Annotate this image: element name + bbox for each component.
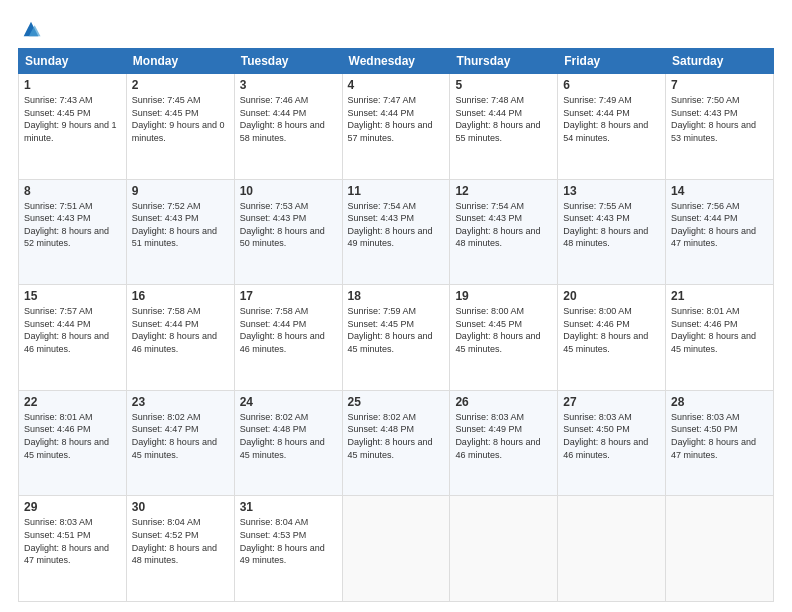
header xyxy=(18,18,774,40)
calendar-cell: 24 Sunrise: 8:02 AMSunset: 4:48 PMDaylig… xyxy=(234,390,342,496)
day-info: Sunrise: 7:54 AMSunset: 4:43 PMDaylight:… xyxy=(455,201,540,249)
day-info: Sunrise: 7:51 AMSunset: 4:43 PMDaylight:… xyxy=(24,201,109,249)
calendar-cell: 17 Sunrise: 7:58 AMSunset: 4:44 PMDaylig… xyxy=(234,285,342,391)
day-number: 11 xyxy=(348,184,445,198)
day-info: Sunrise: 7:49 AMSunset: 4:44 PMDaylight:… xyxy=(563,95,648,143)
day-number: 20 xyxy=(563,289,660,303)
weekday-thursday: Thursday xyxy=(450,49,558,74)
calendar-week-5: 29 Sunrise: 8:03 AMSunset: 4:51 PMDaylig… xyxy=(19,496,774,602)
calendar-cell: 9 Sunrise: 7:52 AMSunset: 4:43 PMDayligh… xyxy=(126,179,234,285)
calendar-week-3: 15 Sunrise: 7:57 AMSunset: 4:44 PMDaylig… xyxy=(19,285,774,391)
page: SundayMondayTuesdayWednesdayThursdayFrid… xyxy=(0,0,792,612)
calendar-cell: 12 Sunrise: 7:54 AMSunset: 4:43 PMDaylig… xyxy=(450,179,558,285)
day-info: Sunrise: 7:56 AMSunset: 4:44 PMDaylight:… xyxy=(671,201,756,249)
calendar-week-1: 1 Sunrise: 7:43 AMSunset: 4:45 PMDayligh… xyxy=(19,74,774,180)
day-number: 29 xyxy=(24,500,121,514)
calendar-body: 1 Sunrise: 7:43 AMSunset: 4:45 PMDayligh… xyxy=(19,74,774,602)
day-info: Sunrise: 8:03 AMSunset: 4:50 PMDaylight:… xyxy=(563,412,648,460)
day-number: 21 xyxy=(671,289,768,303)
day-info: Sunrise: 7:53 AMSunset: 4:43 PMDaylight:… xyxy=(240,201,325,249)
calendar-cell: 16 Sunrise: 7:58 AMSunset: 4:44 PMDaylig… xyxy=(126,285,234,391)
calendar-cell: 22 Sunrise: 8:01 AMSunset: 4:46 PMDaylig… xyxy=(19,390,127,496)
calendar-cell: 20 Sunrise: 8:00 AMSunset: 4:46 PMDaylig… xyxy=(558,285,666,391)
calendar-cell: 4 Sunrise: 7:47 AMSunset: 4:44 PMDayligh… xyxy=(342,74,450,180)
weekday-saturday: Saturday xyxy=(666,49,774,74)
calendar-cell: 10 Sunrise: 7:53 AMSunset: 4:43 PMDaylig… xyxy=(234,179,342,285)
calendar-cell: 8 Sunrise: 7:51 AMSunset: 4:43 PMDayligh… xyxy=(19,179,127,285)
day-number: 4 xyxy=(348,78,445,92)
logo-icon xyxy=(20,18,42,40)
calendar-week-2: 8 Sunrise: 7:51 AMSunset: 4:43 PMDayligh… xyxy=(19,179,774,285)
calendar-cell: 14 Sunrise: 7:56 AMSunset: 4:44 PMDaylig… xyxy=(666,179,774,285)
day-number: 7 xyxy=(671,78,768,92)
calendar-cell: 26 Sunrise: 8:03 AMSunset: 4:49 PMDaylig… xyxy=(450,390,558,496)
calendar-cell: 6 Sunrise: 7:49 AMSunset: 4:44 PMDayligh… xyxy=(558,74,666,180)
calendar-cell: 1 Sunrise: 7:43 AMSunset: 4:45 PMDayligh… xyxy=(19,74,127,180)
weekday-sunday: Sunday xyxy=(19,49,127,74)
day-info: Sunrise: 8:02 AMSunset: 4:47 PMDaylight:… xyxy=(132,412,217,460)
calendar-cell: 11 Sunrise: 7:54 AMSunset: 4:43 PMDaylig… xyxy=(342,179,450,285)
calendar-cell: 7 Sunrise: 7:50 AMSunset: 4:43 PMDayligh… xyxy=(666,74,774,180)
weekday-header: SundayMondayTuesdayWednesdayThursdayFrid… xyxy=(19,49,774,74)
calendar-cell: 31 Sunrise: 8:04 AMSunset: 4:53 PMDaylig… xyxy=(234,496,342,602)
day-number: 3 xyxy=(240,78,337,92)
calendar-cell: 3 Sunrise: 7:46 AMSunset: 4:44 PMDayligh… xyxy=(234,74,342,180)
calendar-cell: 13 Sunrise: 7:55 AMSunset: 4:43 PMDaylig… xyxy=(558,179,666,285)
calendar-cell: 30 Sunrise: 8:04 AMSunset: 4:52 PMDaylig… xyxy=(126,496,234,602)
day-info: Sunrise: 7:48 AMSunset: 4:44 PMDaylight:… xyxy=(455,95,540,143)
day-number: 16 xyxy=(132,289,229,303)
calendar-cell: 28 Sunrise: 8:03 AMSunset: 4:50 PMDaylig… xyxy=(666,390,774,496)
day-info: Sunrise: 7:55 AMSunset: 4:43 PMDaylight:… xyxy=(563,201,648,249)
day-number: 23 xyxy=(132,395,229,409)
logo xyxy=(18,18,42,40)
day-info: Sunrise: 8:03 AMSunset: 4:51 PMDaylight:… xyxy=(24,517,109,565)
day-number: 2 xyxy=(132,78,229,92)
calendar-cell: 25 Sunrise: 8:02 AMSunset: 4:48 PMDaylig… xyxy=(342,390,450,496)
weekday-tuesday: Tuesday xyxy=(234,49,342,74)
day-info: Sunrise: 7:58 AMSunset: 4:44 PMDaylight:… xyxy=(240,306,325,354)
day-info: Sunrise: 7:43 AMSunset: 4:45 PMDaylight:… xyxy=(24,95,117,143)
weekday-wednesday: Wednesday xyxy=(342,49,450,74)
day-number: 13 xyxy=(563,184,660,198)
day-info: Sunrise: 7:58 AMSunset: 4:44 PMDaylight:… xyxy=(132,306,217,354)
calendar-cell: 5 Sunrise: 7:48 AMSunset: 4:44 PMDayligh… xyxy=(450,74,558,180)
day-number: 24 xyxy=(240,395,337,409)
calendar-cell xyxy=(558,496,666,602)
day-number: 5 xyxy=(455,78,552,92)
day-info: Sunrise: 8:02 AMSunset: 4:48 PMDaylight:… xyxy=(348,412,433,460)
calendar-cell: 18 Sunrise: 7:59 AMSunset: 4:45 PMDaylig… xyxy=(342,285,450,391)
day-info: Sunrise: 8:00 AMSunset: 4:46 PMDaylight:… xyxy=(563,306,648,354)
calendar-cell: 23 Sunrise: 8:02 AMSunset: 4:47 PMDaylig… xyxy=(126,390,234,496)
calendar: SundayMondayTuesdayWednesdayThursdayFrid… xyxy=(18,48,774,602)
day-number: 31 xyxy=(240,500,337,514)
calendar-cell: 21 Sunrise: 8:01 AMSunset: 4:46 PMDaylig… xyxy=(666,285,774,391)
day-info: Sunrise: 8:03 AMSunset: 4:49 PMDaylight:… xyxy=(455,412,540,460)
weekday-friday: Friday xyxy=(558,49,666,74)
day-number: 12 xyxy=(455,184,552,198)
calendar-cell xyxy=(666,496,774,602)
day-info: Sunrise: 7:47 AMSunset: 4:44 PMDaylight:… xyxy=(348,95,433,143)
calendar-cell: 15 Sunrise: 7:57 AMSunset: 4:44 PMDaylig… xyxy=(19,285,127,391)
calendar-cell xyxy=(342,496,450,602)
calendar-cell xyxy=(450,496,558,602)
day-info: Sunrise: 7:59 AMSunset: 4:45 PMDaylight:… xyxy=(348,306,433,354)
day-number: 17 xyxy=(240,289,337,303)
day-info: Sunrise: 8:00 AMSunset: 4:45 PMDaylight:… xyxy=(455,306,540,354)
day-number: 15 xyxy=(24,289,121,303)
day-info: Sunrise: 7:45 AMSunset: 4:45 PMDaylight:… xyxy=(132,95,225,143)
day-number: 28 xyxy=(671,395,768,409)
day-number: 9 xyxy=(132,184,229,198)
calendar-cell: 19 Sunrise: 8:00 AMSunset: 4:45 PMDaylig… xyxy=(450,285,558,391)
day-number: 19 xyxy=(455,289,552,303)
day-info: Sunrise: 8:03 AMSunset: 4:50 PMDaylight:… xyxy=(671,412,756,460)
day-info: Sunrise: 8:04 AMSunset: 4:52 PMDaylight:… xyxy=(132,517,217,565)
day-number: 27 xyxy=(563,395,660,409)
day-number: 25 xyxy=(348,395,445,409)
calendar-cell: 27 Sunrise: 8:03 AMSunset: 4:50 PMDaylig… xyxy=(558,390,666,496)
day-info: Sunrise: 7:50 AMSunset: 4:43 PMDaylight:… xyxy=(671,95,756,143)
day-info: Sunrise: 7:57 AMSunset: 4:44 PMDaylight:… xyxy=(24,306,109,354)
day-number: 10 xyxy=(240,184,337,198)
logo-text xyxy=(18,18,42,40)
calendar-cell: 2 Sunrise: 7:45 AMSunset: 4:45 PMDayligh… xyxy=(126,74,234,180)
day-number: 8 xyxy=(24,184,121,198)
